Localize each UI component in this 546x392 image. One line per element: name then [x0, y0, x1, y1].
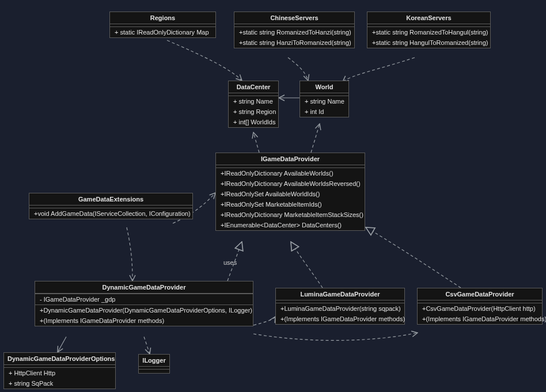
class-member: +(Implements IGameDataProvider methods)	[35, 315, 253, 326]
class-chineseservers: ChineseServers +static string RomanizedT…	[234, 12, 355, 48]
diagram-canvas: uses Regions + static IReadOnlyDictionar…	[0, 0, 546, 392]
class-member: +IReadOnlySet MarketableItemIds()	[216, 199, 365, 210]
class-title: World	[300, 81, 348, 93]
class-member: +(Implements IGameDataProvider methods)	[418, 314, 542, 324]
class-member: +IReadOnlyDictionary AvailableWorldsReve…	[216, 178, 365, 189]
class-member: +void AddGameData(IServiceCollection, IC…	[29, 208, 192, 219]
class-title: ChineseServers	[234, 12, 354, 24]
class-member: + string Name	[300, 96, 348, 106]
class-dynamicgamedataprovider: DynamicGameDataProvider - IGameDataProvi…	[35, 281, 253, 326]
class-title: LuminaGameDataProvider	[276, 288, 404, 300]
class-datacenter: DataCenter + string Name + string Region…	[228, 81, 279, 128]
class-gamedataextensions: GameDataExtensions +void AddGameData(ISe…	[29, 193, 193, 219]
class-luminagamedataprovider: LuminaGameDataProvider +LuminaGameDataPr…	[275, 288, 405, 325]
class-member: + string SqPack	[4, 378, 115, 389]
class-member: + static IReadOnlyDictionary Map	[110, 27, 215, 37]
class-title: CsvGameDataProvider	[418, 288, 542, 300]
class-member: + HttpClient Http	[4, 368, 115, 378]
class-title: DataCenter	[229, 81, 278, 93]
class-member: + string Region	[229, 106, 278, 117]
class-title: ILogger	[139, 355, 169, 367]
class-title: DynamicGameDataProvider	[35, 281, 253, 294]
class-member: +(Implements IGameDataProvider methods)	[276, 314, 404, 324]
class-title: Regions	[110, 12, 215, 24]
class-regions: Regions + static IReadOnlyDictionary Map	[109, 12, 216, 38]
class-igamedataprovider: IGameDataProvider +IReadOnlyDictionary A…	[215, 153, 365, 231]
class-member: +IReadOnlyDictionary MarketableItemStack…	[216, 210, 365, 220]
class-csvgamedataprovider: CsvGameDataProvider +CsvGameDataProvider…	[417, 288, 543, 325]
class-member: +CsvGameDataProvider(HttpClient http)	[418, 303, 542, 314]
class-member: +static string HanziToRomanized(string)	[234, 37, 354, 48]
class-member: + int[] WorldIds	[229, 117, 278, 127]
class-dynamicgamedataprovideroptions: DynamicGameDataProviderOptions + HttpCli…	[3, 352, 116, 389]
class-title: KoreanServers	[367, 12, 490, 24]
class-member: +static string RomanizedToHanzi(string)	[234, 27, 354, 37]
class-title: DynamicGameDataProviderOptions	[4, 353, 115, 365]
section-separator	[139, 370, 169, 373]
class-member: +LuminaGameDataProvider(string sqpack)	[276, 303, 404, 314]
class-ilogger: ILogger	[138, 354, 170, 374]
class-member: +static string HangulToRomanized(string)	[367, 37, 490, 48]
class-member: - IGameDataProvider _gdp	[35, 294, 253, 305]
class-member: +DynamicGameDataProvider(DynamicGameData…	[35, 305, 253, 315]
class-member: + int Id	[300, 106, 348, 117]
class-member: +IReadOnlyDictionary AvailableWorlds()	[216, 168, 365, 178]
class-world: World + string Name + int Id	[299, 81, 349, 117]
class-title: GameDataExtensions	[29, 193, 192, 205]
class-member: +IEnumerable<DataCenter> DataCenters()	[216, 220, 365, 230]
class-member: +IReadOnlySet AvailableWorldIds()	[216, 189, 365, 199]
class-title: IGameDataProvider	[216, 153, 365, 165]
class-koreanservers: KoreanServers +static string RomanizedTo…	[367, 12, 491, 48]
edge-label-uses: uses	[223, 259, 237, 266]
class-member: + string Name	[229, 96, 278, 106]
class-member: +static string RomanizedToHangul(string)	[367, 27, 490, 37]
